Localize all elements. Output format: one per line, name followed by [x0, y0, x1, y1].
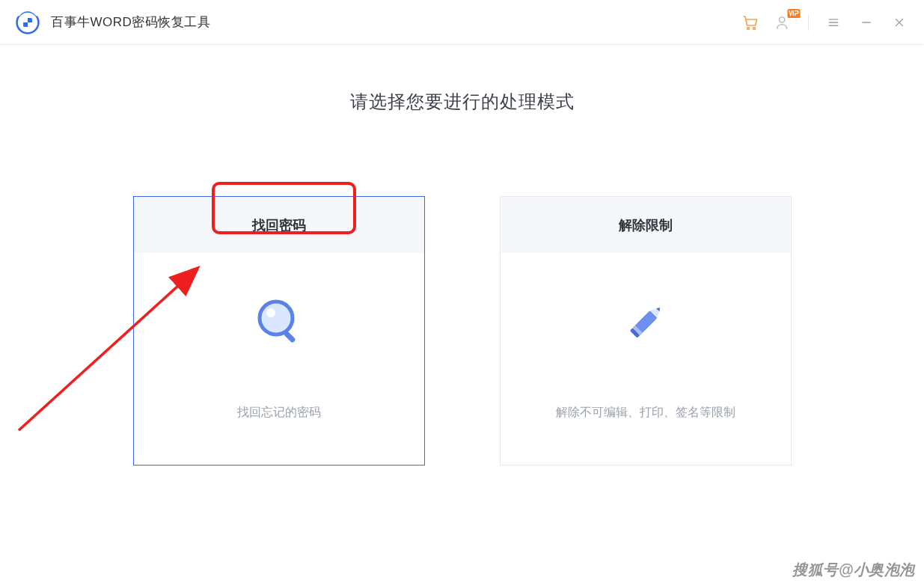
account-icon[interactable]	[774, 13, 793, 32]
vip-badge-icon	[787, 9, 801, 18]
card-desc: 解除不可编辑、打印、签名等限制	[556, 405, 735, 421]
titlebar: 百事牛WORD密码恢复工具	[0, 0, 924, 45]
card-body: 找回忘记的密码	[134, 253, 424, 465]
svg-rect-3	[28, 22, 32, 27]
card-title: 解除限制	[619, 216, 673, 234]
svg-point-16	[266, 308, 275, 317]
page-heading: 请选择您要进行的处理模式	[0, 90, 924, 114]
menu-icon[interactable]	[824, 13, 843, 32]
card-title: 找回密码	[252, 216, 306, 234]
titlebar-left: 百事牛WORD密码恢复工具	[15, 10, 210, 35]
svg-rect-17	[283, 330, 296, 344]
app-logo-icon	[15, 10, 40, 35]
svg-rect-2	[23, 18, 28, 22]
app-title: 百事牛WORD密码恢复工具	[51, 13, 210, 31]
card-header: 解除限制	[501, 197, 791, 253]
watermark-text: 搜狐号@小奥泡泡	[792, 560, 915, 580]
card-remove-restriction[interactable]: 解除限制 解除不可编辑、打印、签名等限制	[500, 196, 792, 466]
titlebar-divider	[808, 14, 809, 31]
magnifier-icon	[255, 297, 303, 345]
pencil-icon	[622, 297, 670, 345]
card-header: 找回密码	[134, 197, 424, 253]
close-icon[interactable]	[890, 13, 909, 32]
minimize-icon[interactable]	[857, 13, 876, 32]
mode-cards: 找回密码 找回忘记的密码 解除限制	[0, 196, 924, 466]
card-desc: 找回忘记的密码	[237, 405, 321, 421]
titlebar-right	[741, 13, 909, 32]
cart-icon[interactable]	[741, 13, 760, 32]
main-content: 请选择您要进行的处理模式 找回密码 找回忘记的密码	[0, 45, 924, 466]
card-body: 解除不可编辑、打印、签名等限制	[501, 253, 791, 465]
svg-point-4	[747, 27, 750, 29]
svg-point-5	[753, 27, 756, 29]
card-recover-password[interactable]: 找回密码 找回忘记的密码	[133, 196, 425, 466]
svg-point-6	[780, 16, 785, 22]
